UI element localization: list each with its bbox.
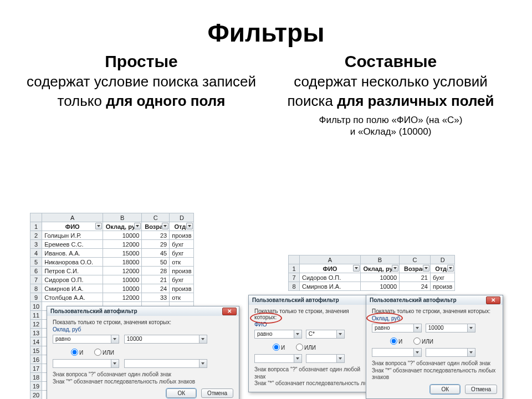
dialog-instr: Показать только те строки, значения кото… [372, 308, 497, 314]
filter-dropdown-icon[interactable] [162, 223, 168, 229]
dialog-field-label: ФИО [254, 321, 370, 328]
dialog-hint: Знак вопроса "?" обозначает один любой з… [372, 360, 497, 381]
combo-operator-2[interactable] [53, 359, 119, 368]
dialog-field-label: Оклад, руб [53, 326, 233, 332]
combo-value[interactable]: 10000 [124, 335, 207, 344]
left-desc-bold: для одного поля [106, 93, 225, 109]
radio-or[interactable]: ИЛИ [293, 345, 316, 351]
chevron-down-icon [199, 360, 207, 367]
radio-or-label: ИЛИ [304, 345, 316, 351]
dialog-titlebar: Пользовательский автофильтр ✕ [366, 295, 503, 305]
chevron-down-icon [467, 349, 475, 356]
radio-and[interactable]: И [68, 350, 83, 356]
radio-or[interactable]: ИЛИ [411, 339, 433, 345]
right-filter-caption: Фильтр по полю «ФИО» (на «С») и «Оклад» … [272, 114, 510, 138]
dialog-instr: Показать только те строки, значения кото… [53, 319, 233, 325]
radio-and-label: И [79, 350, 83, 356]
radio-or[interactable]: ИЛИ [91, 350, 114, 356]
dialog-hint2: Знак "*" обозначает последовательность л… [372, 367, 497, 381]
combo-value-text: 10000 [428, 325, 444, 331]
right-desc-bold: для различных полей [337, 93, 494, 109]
combo-value[interactable]: 10000 [426, 324, 475, 332]
dialog-autofilter-oklad: Пользовательский автофильтр ✕ Показать т… [366, 295, 503, 399]
filter-dropdown-icon[interactable] [95, 223, 102, 229]
table-row: 8Смирнов И.А.1000024произв [30, 284, 194, 293]
dialog-titlebar: Пользовательский автофильтр [249, 295, 375, 305]
radio-and-label: И [398, 339, 402, 345]
dialog-titlebar: Пользовательский автофильтр ✕ [47, 306, 239, 316]
dialog-hint2: Знак "*" обозначает последовательность л… [53, 378, 233, 386]
combo-operator-2[interactable] [254, 354, 302, 363]
dialog-title: Пользовательский автофильтр [50, 308, 137, 314]
combo-value-2[interactable] [124, 359, 207, 368]
radio-and[interactable]: И [270, 345, 285, 351]
chevron-down-icon [467, 324, 475, 332]
filter-dropdown-icon[interactable] [392, 265, 398, 272]
chevron-down-icon [199, 335, 207, 343]
table-row: 2Голицын И.Р.1000023произв [30, 231, 194, 240]
grid-compound: ABCD1ФИООклад, рубВозрасОтде7Сидоров О.П… [288, 255, 455, 291]
table-row: 6Петров С.И.1200028произв [30, 267, 194, 275]
combo-operator-2[interactable] [372, 348, 422, 357]
slide-title: Фильтры [0, 18, 532, 48]
chevron-down-icon [111, 335, 119, 343]
filter-dropdown-icon[interactable] [353, 265, 360, 272]
left-desc: содержат условие поиска записей только д… [22, 72, 260, 111]
dialog-hint1: Знак вопроса "?" обозначает один любой з… [53, 371, 233, 378]
chevron-down-icon [294, 330, 301, 338]
filter-dropdown-icon[interactable] [186, 223, 193, 229]
filter-dropdown-icon[interactable] [423, 265, 429, 272]
cancel-button[interactable]: Отмена [465, 385, 497, 394]
dialog-title: Пользовательский автофильтр [252, 297, 339, 303]
radio-group-logic: И ИЛИ [270, 342, 370, 351]
radio-or-label: ИЛИ [103, 350, 114, 356]
left-heading: Простые [22, 52, 260, 71]
combo-value-2[interactable] [426, 348, 475, 357]
combo-operator-value: равно [257, 331, 273, 337]
combo-operator[interactable]: равно [372, 324, 422, 332]
combo-value-text: С* [309, 331, 315, 337]
dialog-hint: Знак вопроса "?" обозначает один любой з… [53, 371, 233, 385]
combo-value[interactable]: С* [306, 330, 345, 339]
table-row: 3Еремеев С.С.1200029бухг [30, 240, 194, 249]
combo-value-text: 10000 [127, 336, 142, 342]
dialog-autofilter-fio: Пользовательский автофильтр Показать тол… [248, 295, 376, 392]
ok-button[interactable]: ОК [166, 388, 196, 398]
radio-group-logic: И ИЛИ [68, 347, 233, 356]
combo-value-2[interactable] [306, 354, 345, 363]
close-icon[interactable]: ✕ [486, 296, 500, 304]
filter-caption-line2: и «Оклад» (10000) [350, 126, 432, 137]
filter-dropdown-icon[interactable] [134, 223, 141, 229]
dialog-hint1: Знак вопроса "?" обозначает один любой з… [254, 366, 370, 380]
radio-or-label: ИЛИ [422, 339, 433, 345]
right-heading: Составные [272, 52, 510, 71]
dialog-field-label: Оклад, руб [372, 315, 497, 321]
combo-operator[interactable]: равно [53, 335, 119, 344]
right-column: Составные содержат несколько условий пои… [272, 52, 510, 138]
radio-group-logic: И ИЛИ [387, 336, 497, 345]
ok-button[interactable]: ОК [430, 385, 460, 394]
table-row: 9Столбцов А.А.1200033отк [30, 293, 194, 302]
close-icon[interactable]: ✕ [222, 308, 237, 315]
chevron-down-icon [336, 355, 344, 362]
combo-operator[interactable]: равно [254, 330, 302, 339]
table-row: 4Иванов. А.А.1500045бухг [30, 249, 194, 258]
table-row: 8Смирнов И.А.1000024произв [289, 282, 455, 291]
radio-and[interactable]: И [387, 339, 402, 345]
dialog-hint2: Знак "*" обозначает последовательность л… [254, 380, 365, 387]
chevron-down-icon [413, 349, 421, 356]
right-desc: содержат несколько условий поиска для ра… [272, 72, 510, 111]
dialog-autofilter-left: Пользовательский автофильтр ✕ Показать т… [47, 306, 239, 399]
chevron-down-icon [336, 330, 344, 338]
left-column: Простые содержат условие поиска записей … [22, 52, 260, 138]
radio-and-label: И [281, 345, 285, 351]
combo-operator-value: равно [55, 336, 71, 342]
dialog-hint: Знак вопроса "?" обозначает один любой з… [254, 366, 370, 387]
table-row: 7Сидоров О.П.1000021бухг [289, 273, 455, 282]
dialog-hint1: Знак вопроса "?" обозначает один любой з… [372, 360, 497, 367]
table-row: 5Никанорова О.О.1800050отк [30, 258, 194, 267]
dialog-instr: Показать только те строки, значения кото… [254, 308, 370, 320]
cancel-button[interactable]: Отмена [201, 388, 233, 398]
filter-dropdown-icon[interactable] [447, 265, 454, 272]
combo-operator-value: равно [375, 325, 390, 331]
